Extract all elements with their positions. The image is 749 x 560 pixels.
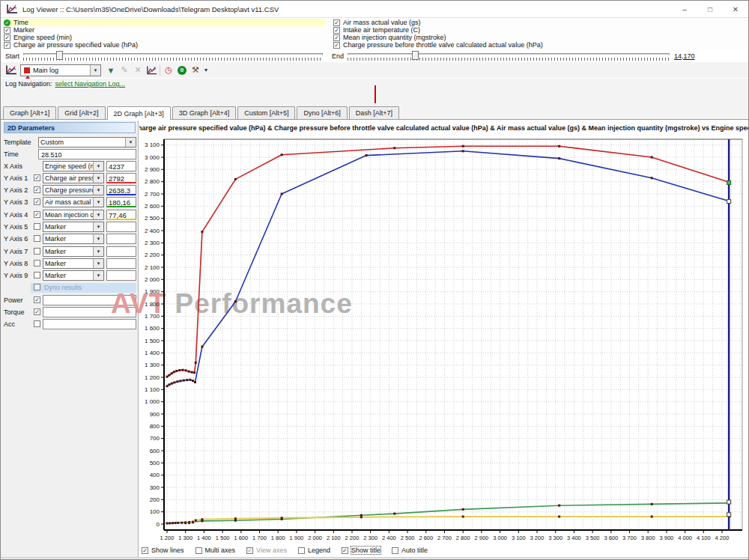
checkbox[interactable]	[34, 248, 40, 255]
signal-row[interactable]: ✓Air mass actual value (gs)	[333, 19, 742, 26]
param-select[interactable]: Charge air pressure spec▼	[43, 173, 104, 183]
select-navigation-log-link[interactable]: select Navigation Log...	[55, 80, 126, 88]
zero-values-icon[interactable]: 0	[175, 64, 189, 76]
checkbox[interactable]: ✓	[34, 186, 40, 193]
option-show-lines[interactable]: ✓Show lines	[142, 547, 184, 554]
dropdown-arrow-icon[interactable]: ▼	[93, 271, 103, 280]
checkbox[interactable]: ✓	[333, 42, 340, 49]
checkbox[interactable]: ✓	[4, 42, 10, 49]
checkbox[interactable]	[298, 547, 305, 554]
log-position-cursor[interactable]	[374, 85, 376, 103]
signal-row[interactable]: ✓Time	[4, 19, 326, 26]
param-row-y-axis-3: Y Axis 3✓Air mass actual value (g▼180,16	[1, 197, 139, 208]
checkbox[interactable]: ✓	[4, 34, 10, 41]
dropdown-arrow-icon[interactable]: ▼	[93, 259, 103, 268]
log-viewer-icon[interactable]	[5, 64, 17, 76]
checkbox[interactable]: ✓	[333, 27, 340, 34]
tab-graph[interactable]: Graph [Alt+1]	[3, 106, 56, 119]
param-text-field[interactable]	[43, 319, 136, 329]
checkbox[interactable]	[34, 320, 40, 327]
log-selector-dropdown-icon[interactable]: ▼	[90, 65, 100, 76]
param-select[interactable]: Marker▼	[43, 222, 104, 232]
param-text-field[interactable]	[43, 307, 136, 317]
2d-graph-plot[interactable]: Charge air pressure specified value (hPa…	[139, 121, 749, 544]
end-value[interactable]: 14,170	[674, 52, 695, 60]
tab-dyno[interactable]: Dyno [Alt+6]	[297, 106, 347, 119]
end-slider-thumb[interactable]	[412, 51, 419, 60]
add-log-icon[interactable]: ▼	[104, 64, 118, 76]
tab-grid[interactable]: Grid [Alt+2]	[58, 106, 105, 119]
checkbox[interactable]	[34, 235, 40, 242]
signal-row[interactable]: ✓Charge air pressure specified value (hP…	[4, 41, 330, 49]
tools-icon[interactable]: ⚒	[189, 64, 202, 76]
signal-row[interactable]: ✓Mean injection quantity (mgstroke)	[333, 34, 742, 41]
signal-label: Time	[13, 19, 28, 26]
svg-text:3 800: 3 800	[641, 535, 655, 541]
signal-row[interactable]: ✓Intake air temperature (C)	[333, 26, 742, 34]
checkbox[interactable]	[34, 223, 40, 230]
param-text-field[interactable]	[43, 295, 136, 305]
checkbox[interactable]: ✓	[34, 211, 40, 218]
param-text-field[interactable]: 28.510	[38, 149, 136, 159]
tab-3d[interactable]: 3D Graph [Alt+4]	[172, 106, 236, 119]
option-show-title[interactable]: ✓Show title	[342, 547, 380, 554]
checkbox[interactable]: ✓	[333, 34, 340, 41]
option-multi-axes[interactable]: Multi axes	[195, 547, 236, 554]
checkbox[interactable]	[34, 272, 40, 279]
param-select[interactable]: Mean injection quantity (▼	[43, 210, 104, 220]
option-label: Multi axes	[205, 547, 236, 554]
signal-row[interactable]: ✓Charge pressure before throttle valve c…	[333, 41, 742, 49]
end-slider[interactable]	[348, 51, 670, 61]
tab-dash[interactable]: Dash [Alt+7]	[349, 106, 399, 119]
graph-settings-icon[interactable]	[145, 64, 158, 76]
checkbox[interactable]: ✓	[4, 27, 10, 34]
dropdown-arrow-icon[interactable]: ▼	[93, 162, 103, 171]
maximize-button[interactable]: □	[697, 1, 723, 17]
checkbox[interactable]: ✓	[34, 174, 40, 181]
param-select[interactable]: Marker▼	[43, 246, 104, 257]
dropdown-arrow-icon[interactable]: ▼	[93, 210, 103, 219]
checkbox[interactable]	[392, 547, 398, 554]
tools-dropdown-caret[interactable]: ▾	[202, 64, 210, 76]
remove-log-icon[interactable]: ✕	[131, 64, 145, 76]
param-select[interactable]: Marker▼	[43, 258, 104, 269]
dropdown-arrow-icon[interactable]: ▼	[93, 186, 103, 195]
tab-custom[interactable]: Custom [Alt+5]	[237, 106, 295, 119]
checkbox[interactable]	[34, 260, 40, 267]
dropdown-arrow-icon[interactable]: ▼	[93, 198, 103, 207]
signal-row[interactable]: ✓Engine speed (min)	[4, 34, 330, 41]
param-select[interactable]: Marker▼	[43, 234, 104, 244]
param-select[interactable]: Custom▼	[38, 137, 136, 147]
log-selector-combo[interactable]: Main log ▼	[20, 64, 101, 76]
edit-log-icon[interactable]: ✎	[118, 64, 131, 76]
param-select[interactable]: Marker▼	[43, 270, 104, 281]
dropdown-arrow-icon[interactable]: ▼	[93, 174, 103, 183]
svg-text:1 900: 1 900	[145, 288, 160, 295]
start-slider-thumb[interactable]	[56, 51, 63, 60]
dropdown-arrow-icon[interactable]: ▼	[93, 222, 103, 231]
start-slider[interactable]	[23, 51, 323, 61]
dropdown-arrow-icon[interactable]: ▼	[93, 234, 103, 243]
close-button[interactable]: ✕	[723, 1, 748, 17]
checkbox[interactable]	[195, 547, 202, 554]
param-select[interactable]: Charge pressure before▼	[43, 185, 104, 195]
checkbox[interactable]: ✓	[34, 296, 40, 303]
time-sync-icon[interactable]: ◷	[162, 64, 175, 76]
minimize-button[interactable]: –	[672, 1, 697, 17]
checkbox[interactable]: ✓	[342, 547, 348, 554]
svg-text:3 400: 3 400	[567, 535, 581, 541]
param-select[interactable]: Engine speed (min)▼	[43, 161, 104, 171]
option-auto-title[interactable]: Auto title	[392, 547, 428, 554]
tab-2d[interactable]: 2D Graph [Alt+3]	[107, 106, 171, 120]
checkbox[interactable]: ✓	[142, 547, 148, 554]
checkbox[interactable]: ✓	[34, 308, 40, 315]
dropdown-arrow-icon[interactable]: ▼	[93, 247, 103, 256]
param-select[interactable]: Air mass actual value (g▼	[43, 197, 104, 207]
dropdown-arrow-icon[interactable]: ▼	[125, 138, 136, 147]
checkbox[interactable]: ✓	[34, 198, 40, 205]
range-row: Start End 14,170	[1, 49, 748, 62]
checkbox[interactable]: ✓	[333, 19, 340, 26]
signal-row[interactable]: ✓Marker	[4, 26, 330, 34]
option-legend[interactable]: Legend	[298, 547, 330, 554]
param-row-template: TemplateCustom▼	[1, 137, 139, 148]
